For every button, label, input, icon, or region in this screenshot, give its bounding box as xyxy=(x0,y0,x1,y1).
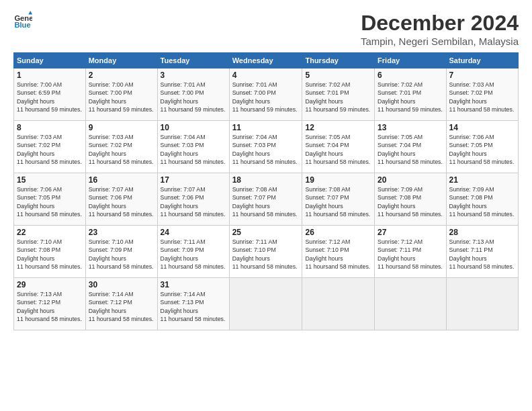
table-row: 27 Sunrise: 7:12 AMSunset: 7:11 PMDaylig… xyxy=(375,226,446,278)
day-info: Sunrise: 7:02 AMSunset: 7:01 PMDaylight … xyxy=(378,81,443,113)
day-info: Sunrise: 7:05 AMSunset: 7:04 PMDaylight … xyxy=(305,133,371,166)
table-row: 9 Sunrise: 7:03 AMSunset: 7:02 PMDayligh… xyxy=(85,121,157,173)
day-number: 7 xyxy=(449,71,515,80)
col-monday: Monday xyxy=(85,53,157,68)
day-number: 30 xyxy=(89,280,154,289)
day-info: Sunrise: 7:00 AMSunset: 6:59 PMDaylight … xyxy=(17,81,83,113)
table-row xyxy=(446,278,518,330)
day-number: 25 xyxy=(232,228,300,237)
calendar-week-row: 22 Sunrise: 7:10 AMSunset: 7:08 PMDaylig… xyxy=(14,226,519,278)
day-number: 16 xyxy=(89,175,154,185)
table-row: 6 Sunrise: 7:02 AMSunset: 7:01 PMDayligh… xyxy=(375,68,446,121)
day-info: Sunrise: 7:10 AMSunset: 7:09 PMDaylight … xyxy=(89,238,154,271)
day-number: 13 xyxy=(378,123,443,132)
day-number: 18 xyxy=(232,175,300,185)
day-info: Sunrise: 7:11 AMSunset: 7:09 PMDaylight … xyxy=(161,238,226,271)
day-info: Sunrise: 7:09 AMSunset: 7:08 PMDaylight … xyxy=(378,185,443,218)
page: General Blue December 2024 Tampin, Neger… xyxy=(0,0,532,411)
table-row xyxy=(302,278,375,330)
day-info: Sunrise: 7:06 AMSunset: 7:05 PMDaylight … xyxy=(17,185,83,218)
day-number: 2 xyxy=(89,71,154,80)
day-number: 21 xyxy=(449,175,515,185)
col-friday: Friday xyxy=(375,53,446,68)
day-number: 1 xyxy=(17,71,83,80)
svg-text:Blue: Blue xyxy=(14,21,30,29)
col-tuesday: Tuesday xyxy=(157,53,229,68)
day-info: Sunrise: 7:10 AMSunset: 7:08 PMDaylight … xyxy=(17,238,83,271)
table-row: 20 Sunrise: 7:09 AMSunset: 7:08 PMDaylig… xyxy=(375,173,446,226)
day-info: Sunrise: 7:04 AMSunset: 7:03 PMDaylight … xyxy=(232,133,300,166)
table-row: 7 Sunrise: 7:03 AMSunset: 7:02 PMDayligh… xyxy=(446,68,518,121)
day-info: Sunrise: 7:03 AMSunset: 7:02 PMDaylight … xyxy=(89,133,154,166)
day-info: Sunrise: 7:08 AMSunset: 7:07 PMDaylight … xyxy=(232,185,300,218)
day-number: 29 xyxy=(17,280,83,289)
svg-marker-2 xyxy=(28,11,32,15)
table-row xyxy=(375,278,446,330)
table-row: 26 Sunrise: 7:12 AMSunset: 7:10 PMDaylig… xyxy=(302,226,375,278)
day-info: Sunrise: 7:03 AMSunset: 7:02 PMDaylight … xyxy=(17,133,83,166)
day-number: 31 xyxy=(161,280,226,289)
day-info: Sunrise: 7:02 AMSunset: 7:01 PMDaylight … xyxy=(305,81,371,113)
table-row: 30 Sunrise: 7:14 AMSunset: 7:12 PMDaylig… xyxy=(85,278,157,330)
table-row: 23 Sunrise: 7:10 AMSunset: 7:09 PMDaylig… xyxy=(85,226,157,278)
table-row: 5 Sunrise: 7:02 AMSunset: 7:01 PMDayligh… xyxy=(302,68,375,121)
day-info: Sunrise: 7:07 AMSunset: 7:06 PMDaylight … xyxy=(89,185,154,218)
day-info: Sunrise: 7:14 AMSunset: 7:12 PMDaylight … xyxy=(89,290,154,323)
day-info: Sunrise: 7:08 AMSunset: 7:07 PMDaylight … xyxy=(305,185,371,218)
day-number: 27 xyxy=(378,228,443,237)
day-number: 8 xyxy=(17,123,83,132)
logo: General Blue xyxy=(13,11,34,30)
table-row: 22 Sunrise: 7:10 AMSunset: 7:08 PMDaylig… xyxy=(14,226,86,278)
table-row: 28 Sunrise: 7:13 AMSunset: 7:11 PMDaylig… xyxy=(446,226,518,278)
day-number: 24 xyxy=(161,228,226,237)
table-row: 10 Sunrise: 7:04 AMSunset: 7:03 PMDaylig… xyxy=(157,121,229,173)
day-number: 17 xyxy=(161,175,226,185)
day-info: Sunrise: 7:14 AMSunset: 7:13 PMDaylight … xyxy=(161,290,226,323)
table-row: 25 Sunrise: 7:11 AMSunset: 7:10 PMDaylig… xyxy=(229,226,302,278)
table-row: 3 Sunrise: 7:01 AMSunset: 7:00 PMDayligh… xyxy=(157,68,229,121)
day-number: 4 xyxy=(232,71,300,80)
day-info: Sunrise: 7:07 AMSunset: 7:06 PMDaylight … xyxy=(161,185,226,218)
title-section: December 2024 Tampin, Negeri Sembilan, M… xyxy=(361,11,519,47)
day-number: 15 xyxy=(17,175,83,185)
day-number: 26 xyxy=(305,228,371,237)
day-info: Sunrise: 7:12 AMSunset: 7:11 PMDaylight … xyxy=(378,238,443,271)
calendar-week-row: 29 Sunrise: 7:13 AMSunset: 7:12 PMDaylig… xyxy=(14,278,519,330)
day-info: Sunrise: 7:13 AMSunset: 7:11 PMDaylight … xyxy=(449,238,515,271)
table-row: 19 Sunrise: 7:08 AMSunset: 7:07 PMDaylig… xyxy=(302,173,375,226)
table-row: 15 Sunrise: 7:06 AMSunset: 7:05 PMDaylig… xyxy=(14,173,86,226)
table-row: 21 Sunrise: 7:09 AMSunset: 7:08 PMDaylig… xyxy=(446,173,518,226)
day-info: Sunrise: 7:01 AMSunset: 7:00 PMDaylight … xyxy=(232,81,300,113)
col-wednesday: Wednesday xyxy=(229,53,302,68)
calendar-week-row: 1 Sunrise: 7:00 AMSunset: 6:59 PMDayligh… xyxy=(14,68,519,121)
day-number: 9 xyxy=(89,123,154,132)
day-info: Sunrise: 7:13 AMSunset: 7:12 PMDaylight … xyxy=(17,290,83,323)
day-number: 20 xyxy=(378,175,443,185)
table-row: 11 Sunrise: 7:04 AMSunset: 7:03 PMDaylig… xyxy=(229,121,302,173)
day-info: Sunrise: 7:11 AMSunset: 7:10 PMDaylight … xyxy=(232,238,300,271)
table-row: 17 Sunrise: 7:07 AMSunset: 7:06 PMDaylig… xyxy=(157,173,229,226)
day-info: Sunrise: 7:12 AMSunset: 7:10 PMDaylight … xyxy=(305,238,371,271)
subtitle: Tampin, Negeri Sembilan, Malaysia xyxy=(361,36,519,47)
day-info: Sunrise: 7:04 AMSunset: 7:03 PMDaylight … xyxy=(161,133,226,166)
day-number: 28 xyxy=(449,228,515,237)
calendar: Sunday Monday Tuesday Wednesday Thursday… xyxy=(13,52,519,330)
table-row: 13 Sunrise: 7:05 AMSunset: 7:04 PMDaylig… xyxy=(375,121,446,173)
day-number: 23 xyxy=(89,228,154,237)
day-number: 19 xyxy=(305,175,371,185)
table-row: 29 Sunrise: 7:13 AMSunset: 7:12 PMDaylig… xyxy=(14,278,86,330)
day-number: 12 xyxy=(305,123,371,132)
table-row: 12 Sunrise: 7:05 AMSunset: 7:04 PMDaylig… xyxy=(302,121,375,173)
col-sunday: Sunday xyxy=(14,53,86,68)
header: General Blue December 2024 Tampin, Neger… xyxy=(13,11,519,47)
day-number: 5 xyxy=(305,71,371,80)
table-row: 31 Sunrise: 7:14 AMSunset: 7:13 PMDaylig… xyxy=(157,278,229,330)
day-number: 14 xyxy=(449,123,515,132)
day-number: 11 xyxy=(232,123,300,132)
main-title: December 2024 xyxy=(361,11,519,36)
col-saturday: Saturday xyxy=(446,53,518,68)
calendar-week-row: 15 Sunrise: 7:06 AMSunset: 7:05 PMDaylig… xyxy=(14,173,519,226)
day-info: Sunrise: 7:00 AMSunset: 7:00 PMDaylight … xyxy=(89,81,154,113)
table-row xyxy=(229,278,302,330)
day-number: 6 xyxy=(378,71,443,80)
